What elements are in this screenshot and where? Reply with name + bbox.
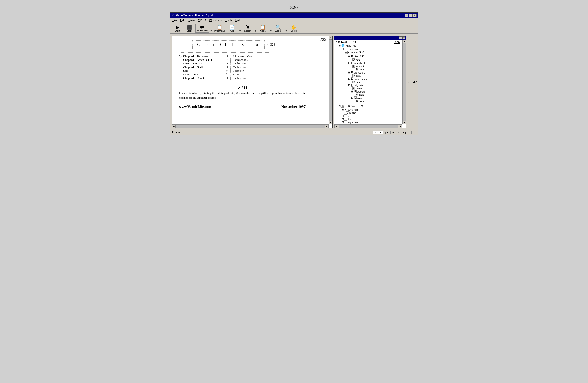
app-window: 🖹 PageGenie XML – test2.pmf ─ □ ✕ File E… (170, 12, 418, 135)
zoom-arrow[interactable]: ▼ (285, 30, 287, 32)
xml-node-dtd-recipe-sub: E recipe (336, 111, 401, 114)
xml-panel: ─ □ 330 324 ⊟ 🖹 Test1 ⊟ 🌐 (334, 36, 406, 128)
menu-file[interactable]: File (171, 18, 178, 22)
ingr-6-name: Lime Juice (183, 73, 224, 76)
test1-label: Test1 (341, 41, 347, 44)
window-title: PageGenie XML – test2.pmf (176, 14, 213, 17)
annotation-326-label: ← 326 (266, 43, 275, 47)
scroll-button[interactable]: ✋ Scroll (288, 24, 299, 33)
menu-view[interactable]: View (187, 18, 196, 22)
ingredients-box: Chopped Tomatoes Chopped Green Chili Dic… (181, 52, 269, 82)
xml-hscroll-left[interactable]: ◄ (335, 125, 338, 128)
test1-icon: 🖹 (338, 41, 340, 44)
dtd-ingr-icon: E (344, 121, 347, 124)
ingredients-units: 16 ounce Can Tablespoons Tablespoons Tab… (231, 55, 267, 80)
website-icon: E (354, 90, 357, 93)
xml-restore-btn[interactable]: □ (402, 36, 405, 39)
tree-divider (336, 103, 401, 104)
scroll-track (329, 40, 332, 121)
annotation-322: 322 (320, 38, 326, 42)
amt-1: 1 (226, 55, 229, 58)
xmltree-icon: 🌐 (341, 44, 345, 47)
stop-icon: ⬛ (186, 25, 192, 29)
add-arrow[interactable]: ▼ (239, 30, 241, 32)
xml-node-website-data: D data (336, 93, 401, 96)
start-label: Start (175, 29, 180, 32)
xml-minimize-btn[interactable]: ─ (399, 36, 402, 39)
dtd-rec-icon: E (344, 114, 347, 117)
dtd-recsub-icon: E (346, 111, 349, 114)
doc-hscroll[interactable]: ◄ ► (172, 125, 329, 128)
pres-data-icon: D (352, 81, 355, 84)
copy-arrow[interactable]: ▼ (270, 30, 272, 32)
nav-prev[interactable]: ◄ (390, 131, 395, 134)
proofread-button[interactable]: 📋 Proofread (213, 24, 226, 33)
scroll-down-btn[interactable]: ▼ (329, 121, 333, 125)
nav-extra2[interactable] (413, 131, 416, 134)
nav-first[interactable]: |◄ (384, 131, 389, 134)
xml-node-dtd-recipe: ⊞ E recipe (336, 114, 401, 117)
copy-button[interactable]: 📋 Copy (258, 24, 269, 33)
ingredient-icon: E (351, 62, 354, 64)
web-data-icon: D (356, 93, 358, 96)
xml-node-pres-data: D data (336, 81, 401, 84)
stop-button[interactable]: ⬛ Stop (184, 24, 194, 33)
menu-xdtd[interactable]: XDTD (196, 18, 207, 22)
annotation-344: ↗ 344 (238, 85, 319, 90)
status-right: 1 of 1 |◄ ◄ ► ►| (373, 131, 416, 134)
add-button[interactable]: 📄 Add (227, 24, 238, 33)
menu-edit[interactable]: Edit (179, 18, 187, 22)
xml-hscroll-right[interactable]: ► (399, 125, 402, 128)
menu-bar: File Edit View XDTD WorkFlow Tools Help (170, 18, 418, 23)
hscroll-left-btn[interactable]: ◄ (172, 125, 176, 128)
xml-node-dtd-ingredient: ⊞ E ingredient (336, 121, 401, 124)
minimize-button[interactable]: ─ (405, 14, 408, 17)
annotation-328-num: 328 (359, 104, 363, 108)
annotation-342-arrow: ← (408, 80, 411, 84)
nav-last[interactable]: ►| (402, 131, 407, 134)
close-button[interactable]: ✕ (413, 14, 417, 17)
date: November 1997 (281, 105, 306, 109)
menu-workflow[interactable]: WorkFlow (208, 18, 224, 22)
unit-1: 16 ounce Can (233, 55, 267, 58)
xmltree-label: XML Tree (346, 44, 356, 47)
zoom-button[interactable]: 🔍 Zoom (273, 24, 284, 33)
select-arrow[interactable]: ▼ (254, 30, 257, 32)
menu-help[interactable]: Help (234, 18, 243, 22)
amt-7: 1 (226, 76, 229, 80)
xml-scroll-up[interactable]: ▲ (402, 40, 406, 43)
nav-next[interactable]: ► (396, 131, 401, 134)
copy-icon: 📋 (260, 25, 266, 29)
xml-node-test1: ⊟ 🖹 Test1 (336, 41, 401, 44)
copy-label: Copy (260, 29, 266, 32)
procedure-text: In a medium bowl, mix together all ingre… (179, 91, 306, 100)
ingr-2-name: Chopped Green Chili (183, 58, 224, 62)
title-label: title (354, 55, 358, 58)
menu-tools[interactable]: Tools (224, 18, 233, 22)
scroll-icon: ✋ (291, 25, 296, 29)
nav-extra1[interactable] (408, 131, 412, 134)
proofread-icon: 📋 (217, 25, 222, 29)
hscroll-right-btn[interactable]: ► (325, 125, 329, 128)
amt-2: 3 (226, 58, 229, 62)
xml-vscroll[interactable]: ▲ ▼ (402, 40, 406, 125)
xml-node-title-data: D data (336, 58, 401, 61)
unit-2: Tablespoons (233, 58, 267, 62)
xml-node-originate: ⊟ E originate (336, 84, 401, 87)
annotation-334: 334 (359, 55, 364, 58)
annotation-330: 330 (353, 41, 357, 44)
start-button[interactable]: ▶ Start (172, 24, 183, 33)
annotation-340: 340 (179, 55, 184, 59)
zoom-label: Zoom (275, 29, 282, 32)
website-label: website (357, 90, 365, 93)
scroll-up-btn[interactable]: ▲ (329, 36, 333, 40)
dtd-title-label: title (348, 118, 352, 121)
select-button[interactable]: 🖱 Select (242, 24, 253, 33)
workflow-arrow[interactable]: ▼ (210, 30, 212, 32)
workflow-button[interactable]: ⇌ WorkFlow (195, 24, 209, 33)
doc-vscroll[interactable]: ▲ ▼ (329, 36, 332, 125)
xml-scroll-down[interactable]: ▼ (402, 121, 406, 125)
restore-button[interactable]: □ (409, 14, 413, 17)
add-label: Add (230, 29, 234, 32)
xml-hscroll[interactable]: ◄ ► (335, 125, 402, 128)
